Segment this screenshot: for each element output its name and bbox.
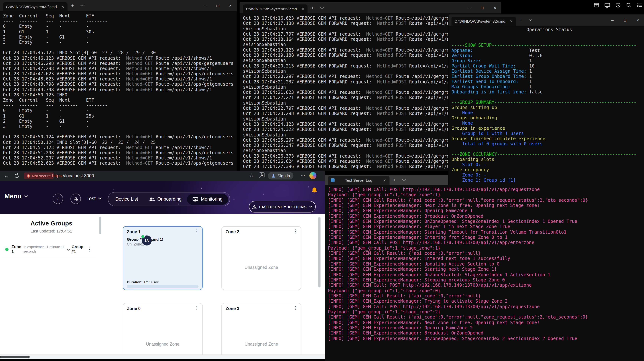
cast-icon[interactable] — [604, 2, 610, 10]
profile-avatar[interactable] — [310, 172, 316, 179]
tab-close-icon[interactable]: × — [383, 178, 386, 182]
emergency-actions-button[interactable]: EMERGENCY ACTIONS — [249, 201, 316, 213]
presence-dot — [141, 235, 145, 238]
terminal-line: [INFO] [GEM] GEM_ExperienceManager: Play… — [328, 224, 642, 230]
terminal-line: Max Groups Onboarding: 1 — [452, 84, 641, 89]
search-icon[interactable] — [626, 2, 632, 10]
terminal-titlebar[interactable]: C:\WINDOWS\system32\cmd. × + – □ × — [240, 2, 501, 13]
tab-dropdown-button[interactable] — [317, 5, 327, 10]
tab-close-icon[interactable]: × — [61, 4, 65, 9]
terminal-line: [INFO] [GEM] GEM_ExperienceManager: Next… — [328, 203, 642, 208]
terminal-line: [INFO] [GEM] GEM_ExperienceManager: Open… — [328, 208, 642, 214]
panel-scrollbar[interactable] — [100, 217, 101, 234]
notifications-bell-icon[interactable] — [311, 187, 318, 195]
tab-dropdown-button[interactable] — [526, 17, 536, 23]
close-button[interactable]: × — [632, 14, 644, 25]
tab-dropdown-button[interactable] — [399, 177, 409, 182]
terminal-line: Slot 0: - — [452, 162, 641, 167]
terminal-line: Oct 28 17:04:48.798 VERBOSE GEM API requ… — [3, 82, 234, 87]
item-status-line2: seconds — [23, 249, 65, 254]
horizontal-scrollbar-thumb[interactable] — [0, 356, 30, 358]
sign-in-button[interactable]: Sign in — [268, 172, 293, 179]
menu-button[interactable]: Menu — [4, 192, 28, 200]
server-log-tab[interactable]: Test Server Log × — [328, 176, 390, 185]
terminal-line: ---- ------- --- ------- -------- — [3, 18, 234, 24]
terminal-line: Zone Current Seq Next ETF — [3, 13, 234, 18]
minimize-button[interactable]: – — [199, 0, 212, 11]
terminal-line: 1 G1 1 - 30s — [3, 29, 234, 34]
expand-chevron-icon[interactable] — [66, 246, 70, 253]
nav-monitoring[interactable]: Monitoring — [187, 194, 228, 205]
group-list-item[interactable]: Zone 1 In experience: 1 minute 11 second… — [2, 241, 96, 258]
terminal-tab-title: C:\WINDOWS\system32\cmd. — [454, 19, 506, 23]
desktop: C:\WINDOWS\system32\cmd. × + – □ × Zone … — [0, 0, 644, 361]
new-tab-button[interactable]: + — [516, 17, 526, 23]
user-gear-icon — [73, 196, 78, 201]
terminal-line: Groups in experience — [452, 126, 641, 131]
terminal-titlebar[interactable]: C:\WINDOWS\system32\cmd. × + – □ × — [448, 14, 644, 25]
reload-button[interactable] — [14, 173, 19, 180]
info-button[interactable]: i — [53, 194, 63, 204]
security-badge[interactable]: ! Not secure — [24, 172, 54, 179]
environment-selector[interactable]: Test — [86, 196, 102, 201]
player-avatar[interactable]: 1A — [142, 236, 152, 246]
terminal-line: Partial Group Wait Time: 10 — [452, 63, 641, 69]
back-button[interactable]: ← — [4, 172, 9, 179]
url-host: ://localhost:3000 — [62, 173, 94, 178]
zone-progress-fill: 23sec — [127, 288, 134, 288]
card-kebab-icon[interactable]: ⋮ — [194, 306, 199, 310]
terminal-titlebar[interactable]: C:\WINDOWS\system32\cmd. × + – □ × — [0, 0, 237, 11]
list-icon[interactable] — [636, 2, 642, 10]
terminal-line: [INFO] [GEM] GEM_ExperienceManager: Ente… — [328, 256, 642, 261]
zone-progress-bar: 23sec — [127, 285, 198, 288]
archive-icon[interactable] — [594, 2, 600, 10]
terminal-line: Payload: {"gem_group_id":1,"stage_zone":… — [328, 192, 642, 198]
card-kebab-icon[interactable]: ⋮ — [194, 229, 199, 234]
terminal-line: Oct 28 17:04:47.623 VERBOSE GEM API requ… — [3, 71, 234, 76]
minimize-button[interactable]: – — [606, 14, 619, 25]
maximize-button[interactable]: □ — [212, 0, 224, 11]
item-status-line1: In experience: 1 minute 11 — [23, 245, 65, 249]
tab-close-icon[interactable]: × — [509, 19, 513, 23]
maximize-button[interactable]: □ — [619, 14, 632, 25]
terminal-line: None — [452, 120, 641, 126]
tab-dropdown-button[interactable] — [77, 3, 87, 8]
terminal-line: [INFO] [GEM] GEM Call: POST http://192.1… — [328, 187, 642, 192]
nav-device-list[interactable]: Device List — [110, 194, 144, 205]
new-tab-button[interactable]: + — [390, 177, 399, 182]
item-group-word: Group — [72, 244, 87, 249]
terminal-line — [452, 37, 641, 43]
nav-onboarding[interactable]: Onboarding — [144, 194, 187, 205]
terminal-line: Zone 1: Group id [1] — [452, 178, 641, 183]
terminal-tab[interactable]: C:\WINDOWS\system32\cmd. × — [452, 17, 516, 25]
cards-scrollbar[interactable] — [318, 217, 320, 287]
terminal-line: Groups suiting up — [452, 105, 641, 110]
close-button[interactable]: × — [224, 0, 237, 11]
terminal-line: [INFO] [GEM] GEM_ExperienceManager: Broa… — [328, 331, 642, 336]
url-field[interactable]: https://localhost:3000 — [52, 173, 94, 178]
terminal-tab[interactable]: C:\WINDOWS\system32\cmd. × — [3, 2, 68, 11]
translate-icon[interactable]: A — [259, 172, 264, 178]
item-kebab-icon[interactable]: ⋮ — [87, 247, 92, 252]
new-tab-button[interactable]: + — [308, 5, 317, 10]
zone-card-title: Zone 0 — [127, 306, 140, 311]
browser-menu-icon[interactable]: ⋯ — [300, 172, 305, 178]
new-tab-button[interactable]: + — [68, 3, 77, 8]
horizontal-scrollbar[interactable] — [0, 355, 325, 359]
tab-close-icon[interactable]: × — [301, 7, 305, 11]
maximize-button[interactable]: □ — [476, 2, 488, 13]
close-button[interactable]: × — [488, 2, 501, 13]
terminal-line: ---- ------- --- ------- -------- — [3, 103, 234, 108]
terminal-line: Zone 0: - — [452, 172, 641, 178]
minimize-button[interactable]: – — [463, 2, 476, 13]
terminal-tab[interactable]: C:\WINDOWS\system32\cmd. × — [243, 4, 308, 13]
account-button[interactable] — [70, 194, 81, 204]
terminal-line: Oct 28 17:04:52.297 VERBOSE GEM API requ… — [3, 155, 234, 161]
card-kebab-icon[interactable]: ⋮ — [293, 306, 298, 310]
server-log-window: Test Server Log × + [INFO] [GEM] GEM Cal… — [325, 175, 644, 361]
card-kebab-icon[interactable]: ⋮ — [293, 229, 298, 234]
terminal-line: [INFO] [GEM] GEM Call Result: {"api_code… — [328, 293, 642, 299]
terminal-line: Oct 28 17:04:47.298 VERBOSE GEM API requ… — [3, 66, 234, 71]
bookmark-star-icon[interactable]: ☆ — [249, 172, 254, 178]
history-icon[interactable] — [615, 2, 621, 10]
